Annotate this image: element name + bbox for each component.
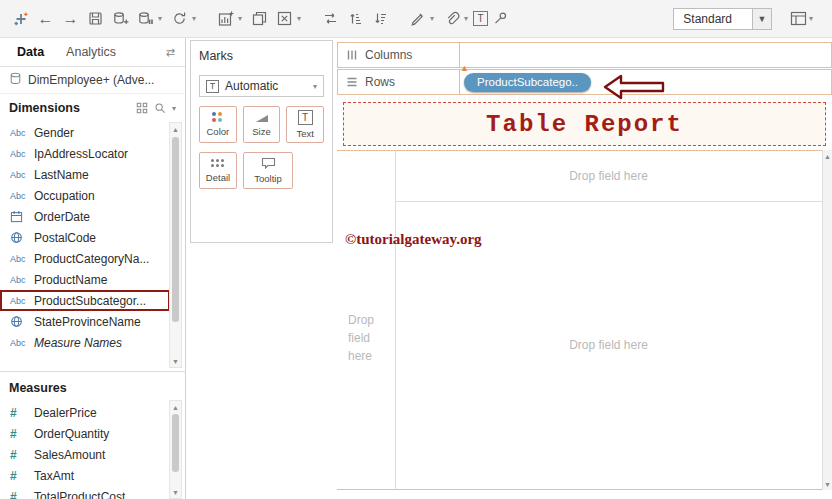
dimension-item[interactable]: Abc LastName xyxy=(0,164,170,185)
measures-header: Measures xyxy=(0,374,170,402)
drop-zone-text: Drop field here xyxy=(569,169,648,183)
tableau-logo-icon[interactable] xyxy=(8,7,33,31)
measure-item[interactable]: # SalesAmount xyxy=(0,444,170,465)
measures-scrollbar[interactable]: ▲ ▼ xyxy=(169,400,182,499)
measures-title: Measures xyxy=(9,381,67,395)
dimensions-header: Dimensions ▾ xyxy=(0,94,185,122)
show-cards-button[interactable]: ▾ xyxy=(790,11,818,26)
pause-auto-updates-icon[interactable] xyxy=(133,7,158,31)
search-icon[interactable] xyxy=(154,102,166,114)
measure-label: DealerPrice xyxy=(34,406,97,420)
refresh-dropdown-icon[interactable]: ▾ xyxy=(192,14,201,23)
dimension-item[interactable]: PostalCode xyxy=(0,227,170,248)
sort-descending-icon[interactable] xyxy=(368,7,393,31)
columns-shelf-field[interactable] xyxy=(460,42,832,68)
tab-analytics[interactable]: Analytics xyxy=(55,38,127,66)
dimensions-menu-icon[interactable]: ▾ xyxy=(172,104,176,113)
detail-icon xyxy=(211,159,226,169)
columns-icon xyxy=(346,49,358,61)
rows-shelf[interactable]: Rows ProductSubcatego.. xyxy=(337,69,832,95)
swap-rows-columns-icon[interactable] xyxy=(318,7,343,31)
undo-icon[interactable]: ← xyxy=(33,7,58,31)
tooltip-button[interactable]: Tooltip xyxy=(243,152,293,189)
tooltip-label: Tooltip xyxy=(254,173,281,184)
measure-item[interactable]: # TaxAmt xyxy=(0,465,170,486)
dimensions-scrollbar[interactable]: ▲ ▼ xyxy=(169,122,182,368)
scroll-down-icon[interactable]: ▼ xyxy=(170,355,181,367)
duplicate-sheet-icon[interactable] xyxy=(247,7,272,31)
scroll-down-icon[interactable]: ▼ xyxy=(823,478,832,490)
new-data-source-icon[interactable] xyxy=(108,7,133,31)
group-dropdown-icon[interactable]: ▾ xyxy=(464,14,473,23)
dimension-item[interactable]: Abc Occupation xyxy=(0,185,170,206)
columns-shelf[interactable]: Columns xyxy=(337,42,832,68)
dimension-item[interactable]: Abc ProductCategoryNa... xyxy=(0,248,170,269)
drop-zone-columns[interactable]: Drop field here xyxy=(395,151,822,201)
dimension-item[interactable]: Abc ProductName xyxy=(0,269,170,290)
clear-sheet-icon[interactable] xyxy=(272,7,297,31)
worksheet-title-text: Table Report xyxy=(486,111,683,138)
abc-icon: Abc xyxy=(10,128,29,138)
sort-ascending-icon[interactable] xyxy=(343,7,368,31)
new-worksheet-icon[interactable] xyxy=(213,7,238,31)
canvas-scrollbar[interactable]: ▲ ▼ xyxy=(822,150,832,490)
dimension-label: Gender xyxy=(34,126,74,140)
measure-item[interactable]: # TotalProductCost xyxy=(0,486,170,499)
show-cards-dropdown-icon[interactable]: ▾ xyxy=(809,14,818,23)
refresh-data-icon[interactable] xyxy=(167,7,192,31)
new-worksheet-dropdown-icon[interactable]: ▾ xyxy=(238,14,247,23)
redo-icon[interactable]: → xyxy=(58,7,83,31)
measure-label: OrderQuantity xyxy=(34,427,109,441)
dimension-item[interactable]: StateProvinceName xyxy=(0,311,170,332)
datasource-item[interactable]: DimEmployee+ (Adve... xyxy=(0,67,185,94)
scroll-thumb[interactable] xyxy=(172,414,179,472)
dimension-item-productsubcategory[interactable]: Abc ProductSubcategor... xyxy=(0,290,170,311)
pill-productsubcategory[interactable]: ProductSubcatego.. xyxy=(464,73,591,92)
worksheet-title[interactable]: Table Report xyxy=(343,102,826,146)
scroll-up-icon[interactable]: ▲ xyxy=(823,150,832,162)
dimensions-title: Dimensions xyxy=(9,101,80,115)
mark-type-dropdown[interactable]: T Automatic ▾ xyxy=(199,75,324,97)
fit-selector-dropdown-icon[interactable]: ▼ xyxy=(752,9,771,29)
rows-label-text: Rows xyxy=(365,75,395,89)
fit-selector[interactable]: Standard ▼ xyxy=(673,8,772,30)
dimension-item-measure-names[interactable]: Abc Measure Names xyxy=(0,332,170,353)
pane-toggle-icon[interactable]: ⇄ xyxy=(166,46,179,59)
highlight-icon[interactable] xyxy=(405,7,430,31)
view-options-icon[interactable] xyxy=(136,102,148,114)
scroll-thumb[interactable] xyxy=(172,137,179,322)
size-button[interactable]: Size xyxy=(243,106,281,143)
pause-dropdown-icon[interactable]: ▾ xyxy=(158,14,167,23)
dimension-label: PostalCode xyxy=(34,231,96,245)
globe-icon xyxy=(10,315,29,328)
text-label: Text xyxy=(296,128,313,139)
data-pane-tabs: Data Analytics ⇄ xyxy=(0,38,185,67)
abc-icon: Abc xyxy=(10,338,29,348)
text-icon: T xyxy=(298,110,313,125)
annotation-arrow-icon xyxy=(602,73,666,105)
save-icon[interactable] xyxy=(83,7,108,31)
detail-button[interactable]: Detail xyxy=(199,152,237,189)
highlight-dropdown-icon[interactable]: ▾ xyxy=(430,14,439,23)
detail-label: Detail xyxy=(206,172,230,183)
clear-dropdown-icon[interactable]: ▾ xyxy=(297,14,306,23)
dimension-item[interactable]: Abc Gender xyxy=(0,122,170,143)
tab-data[interactable]: Data xyxy=(6,38,55,66)
measure-item[interactable]: # DealerPrice xyxy=(0,402,170,423)
show-mark-labels-icon[interactable]: T xyxy=(473,11,488,26)
scroll-up-icon[interactable]: ▲ xyxy=(170,123,181,135)
color-button[interactable]: Color xyxy=(199,106,237,143)
fix-axes-icon[interactable] xyxy=(488,7,513,31)
scroll-up-icon[interactable]: ▲ xyxy=(170,401,181,413)
group-members-icon[interactable] xyxy=(439,7,464,31)
dimension-item[interactable]: Abc IpAddressLocator xyxy=(0,143,170,164)
dimension-item[interactable]: OrderDate xyxy=(0,206,170,227)
drop-zone-rows[interactable]: Drop field here xyxy=(337,151,395,489)
measure-item[interactable]: # OrderQuantity xyxy=(0,423,170,444)
text-button[interactable]: T Text xyxy=(286,106,324,143)
datasource-name: DimEmployee+ (Adve... xyxy=(28,73,154,87)
marks-title: Marks xyxy=(199,49,324,63)
database-icon xyxy=(9,72,22,88)
mark-type-icon: T xyxy=(206,80,219,93)
scroll-down-icon[interactable]: ▼ xyxy=(170,486,181,498)
